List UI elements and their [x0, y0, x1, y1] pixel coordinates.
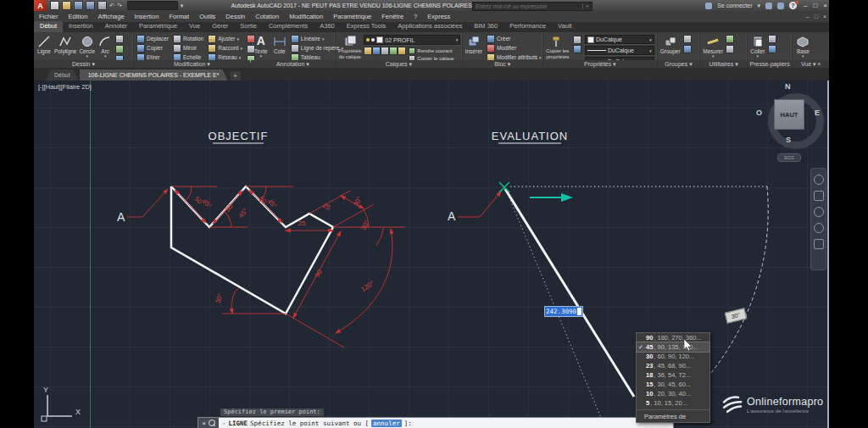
tracking-option[interactable]: 5, 10, 15, 20... [637, 398, 709, 408]
ribbon-tab-gerer[interactable]: Gérer [206, 21, 234, 32]
tool-base[interactable]: Base ▾ [795, 34, 810, 58]
tool-rendre-courant[interactable]: Rendre courant [409, 47, 453, 54]
tool-copier[interactable]: Copier [136, 44, 169, 52]
panel-title-dessin[interactable]: Dessin ▾ [34, 60, 133, 68]
compass-south[interactable]: S [786, 136, 791, 144]
chevron-down-icon[interactable]: ▾ [260, 54, 263, 58]
ribbon-tab-express-tools[interactable]: Express Tools [341, 21, 392, 32]
ungroup-icon[interactable] [683, 35, 692, 43]
ellipse-tool-icon[interactable] [115, 45, 124, 53]
chevron-down-icon[interactable]: ▾ [802, 54, 804, 58]
polar-tracking-menu[interactable]: 90, 180, 270, 360... ✓45, 90, 135, 180..… [636, 332, 710, 423]
a360-icon[interactable] [765, 3, 772, 9]
tool-coller[interactable]: Coller ▾ [750, 34, 765, 58]
pan-icon[interactable] [814, 191, 824, 201]
tracking-option[interactable]: 30, 60, 90, 120... [637, 352, 709, 361]
ucs-dropdown[interactable]: SCG [777, 153, 801, 162]
tool-arc[interactable]: Arc ▾ [97, 34, 113, 58]
dynamic-input-field[interactable]: 242.3090 [544, 306, 583, 317]
tracking-option[interactable]: 90, 180, 270, 360... [637, 333, 709, 342]
chevron-down-icon[interactable]: ▾ [104, 54, 107, 58]
tool-texte[interactable]: A Texte ▾ [253, 34, 269, 58]
tool-deplacer[interactable]: Déplacer [136, 35, 169, 42]
model-space-canvas[interactable]: [-][Haut][Filaire 2D] OBJECTIF EVALUATIO… [34, 81, 829, 428]
ribbon-tab-complements[interactable]: Compléments [263, 21, 314, 32]
panel-title-groupes[interactable]: Groupes ▾ [658, 60, 700, 68]
tool-miroir[interactable]: Miroir [173, 44, 203, 52]
tracking-option-selected[interactable]: ✓45, 90, 135, 180... [637, 342, 709, 352]
quick-select-icon[interactable] [726, 35, 734, 43]
sign-in-button[interactable]: Se connecter [717, 3, 752, 8]
chevron-down-icon[interactable]: ▾ [757, 54, 760, 58]
lineweight-icon[interactable] [573, 45, 581, 53]
linetype-dropdown[interactable]: DuCalque▾ [585, 46, 654, 55]
zoom-icon[interactable] [814, 207, 824, 217]
viewcube-top-face[interactable]: HAUT [774, 99, 804, 130]
viewcube[interactable]: N O E S HAUT SCG [753, 82, 826, 163]
ribbon-tab-performance[interactable]: Performance [504, 21, 552, 32]
ucs-icon[interactable] [42, 395, 72, 421]
ribbon-tab-annoter[interactable]: Annoter [99, 21, 133, 32]
ribbon-tab-debut[interactable]: Début [34, 21, 63, 32]
command-option-annuler[interactable]: annuler [371, 420, 402, 427]
navigation-bar[interactable] [810, 168, 826, 270]
layer-tool-icon[interactable] [364, 47, 372, 55]
new-file-icon[interactable] [50, 1, 59, 10]
orbit-icon[interactable] [814, 223, 824, 233]
help-icon[interactable]: ? [789, 2, 797, 9]
mdi-minimize-button[interactable]: – [806, 14, 810, 19]
ribbon-tab-insertion[interactable]: Insertion [63, 21, 99, 32]
save-icon[interactable] [74, 1, 83, 10]
layer-tool-icon[interactable] [372, 47, 381, 55]
ribbon-tab-sortie[interactable]: Sortie [234, 21, 263, 32]
help-search-input[interactable] [473, 3, 582, 9]
workspace-dropdown[interactable] [127, 1, 178, 10]
tool-ajuster[interactable]: Ajuster▾ [208, 35, 242, 42]
tool-raccord[interactable]: Raccord▾ [208, 44, 242, 52]
tab-debut[interactable]: Début [46, 69, 79, 81]
panel-title-vue[interactable]: Vue ▾ » [793, 60, 829, 68]
panel-title-bloc[interactable]: Bloc ▾ [463, 60, 542, 68]
panel-title-calques[interactable]: Calques ▾ [336, 60, 462, 68]
tool-ligne[interactable]: Ligne [36, 34, 52, 54]
ribbon-tab-bim360[interactable]: BIM 360 [468, 21, 504, 32]
tool-proprietes-calque[interactable]: Propriétés du calque [338, 34, 361, 60]
tracking-option[interactable]: 18, 36, 54, 72... [637, 370, 709, 380]
layer-tool-icon[interactable] [381, 47, 389, 55]
tab-active-document[interactable]: 106-LIGNE CHEMINS POLAIRES - EXEMPLE E* [80, 69, 228, 81]
panel-title-utilitaires[interactable]: Utilitaires ▾ [700, 60, 747, 68]
ribbon-tab-applications[interactable]: Applications associées [392, 21, 468, 32]
tool-mesurer[interactable]: Mesurer ▾ [703, 34, 723, 58]
qat-customize-icon[interactable]: ▾ [181, 3, 184, 9]
chevron-down-icon[interactable]: ▾ [86, 54, 89, 58]
tracking-option[interactable]: 23, 45, 68, 90... [637, 361, 709, 370]
tool-inserer[interactable]: Insérer [465, 34, 482, 54]
color-dropdown[interactable]: DuCalque▾ [585, 35, 654, 44]
panel-title-annotation[interactable]: Annotation ▾ [251, 60, 335, 68]
open-file-icon[interactable] [62, 1, 71, 10]
tool-polyligne[interactable]: Polyligne [54, 34, 76, 54]
tracking-option[interactable]: 10, 20, 30, 40... [637, 389, 709, 398]
undo-icon[interactable]: ↶ [109, 3, 114, 9]
mdi-close-button[interactable]: × [823, 14, 826, 19]
tool-cercle[interactable]: Cercle ▾ [79, 34, 95, 58]
group-edit-icon[interactable] [683, 45, 692, 53]
user-icon[interactable] [705, 3, 712, 9]
compass-east[interactable]: E [815, 108, 820, 117]
cut-icon[interactable] [768, 35, 776, 43]
autocad-logo-icon[interactable]: A [34, 0, 47, 11]
help-search-box[interactable]: ⌖ [472, 2, 593, 11]
minimize-button[interactable]: – [804, 2, 807, 9]
tracking-option[interactable]: 15, 30, 45, 60... [637, 380, 709, 389]
calculator-icon[interactable] [726, 45, 734, 53]
steering-wheel-icon[interactable] [814, 175, 824, 185]
panel-title-proprietes[interactable]: Propriétés ▾ [543, 60, 657, 68]
command-close-icon[interactable]: × [202, 420, 206, 427]
chevron-down-icon[interactable]: ▾ [712, 54, 715, 58]
ribbon-tab-vue[interactable]: Vue [183, 21, 206, 32]
tool-rotation[interactable]: Rotation [173, 35, 203, 42]
ribbon-tab-a360[interactable]: A360 [314, 21, 341, 32]
layer-tool-icon[interactable] [389, 47, 398, 55]
sign-in-chevron-icon[interactable]: ▾ [757, 3, 760, 9]
compass-north[interactable]: N [785, 82, 791, 91]
